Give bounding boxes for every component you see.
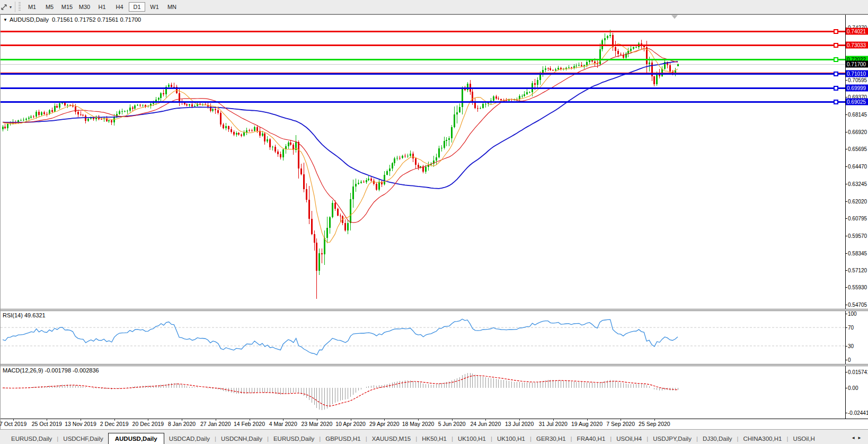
tab-china300-h1[interactable]: CHINA300,H1	[739, 433, 787, 444]
tab-audusd-daily[interactable]: AUDUSD,Daily	[108, 433, 164, 444]
date-label: 13 Nov 2019	[65, 421, 96, 427]
tab-usoil-h4[interactable]: USOil,H4	[612, 433, 646, 444]
macd-tick-mark	[846, 372, 847, 372]
tab-fra40-h1[interactable]: FRA40,H1	[572, 433, 610, 444]
price-tick-label: 0.64470	[848, 164, 867, 170]
rsi-line	[3, 319, 678, 355]
price-tick-label: 0.54705	[848, 301, 867, 307]
candles-layer	[2, 30, 679, 299]
price-tick-mark	[846, 201, 847, 202]
date-label: 14 Feb 2020	[234, 421, 265, 427]
price-tick-label: 0.62020	[848, 198, 867, 204]
rsi-tick-mark	[846, 360, 847, 360]
price-tick-mark	[846, 236, 847, 236]
line-drag-handle[interactable]	[834, 30, 838, 33]
price-tick-label: 0.59570	[848, 233, 867, 238]
tab-dj30-daily[interactable]: DJ30,Daily	[698, 433, 737, 444]
date-label: 2 Dec 2019	[100, 421, 129, 427]
tab-eurusd-daily[interactable]: EURUSD,Daily	[269, 433, 319, 444]
rsi-axis: 10070300	[845, 311, 868, 364]
date-label: 10 Apr 2020	[335, 421, 366, 427]
tab-usdcnh-daily[interactable]: USDCNH,Daily	[216, 433, 267, 444]
tab-usdjpy-daily[interactable]: USDJPY,Daily	[648, 433, 696, 444]
date-label: 23 Mar 2020	[301, 421, 332, 427]
level-price-box: 0.69025	[846, 99, 868, 105]
date-label: 18 May 2020	[402, 421, 435, 427]
rsi-tick-label: 0	[848, 357, 851, 363]
rsi-tick-mark	[846, 327, 847, 328]
timeframe-button-m1[interactable]: M1	[24, 2, 40, 12]
price-tick-label: 0.60795	[848, 216, 867, 221]
price-tick-mark	[846, 270, 847, 271]
chart-window: ▼AUDUSD,Daily 0.71561 0.71752 0.71561 0.…	[0, 14, 868, 429]
symbol-caret-icon: ▼	[3, 17, 7, 22]
level-price-box: 0.73033	[846, 42, 868, 49]
timeframe-button-m15[interactable]: M15	[59, 2, 75, 12]
level-price-box: 0.69999	[846, 85, 868, 92]
line-drag-handle[interactable]	[834, 86, 838, 90]
line-drag-handle[interactable]	[834, 72, 838, 76]
tab-gbpusd-h1[interactable]: GBPUSD,H1	[321, 433, 365, 444]
macd-current-values: -0.001798 -0.002836	[45, 367, 99, 374]
price-tick-label: 0.63245	[848, 181, 867, 187]
rsi-tick-label: 70	[848, 325, 854, 331]
tab-scroll-arrows[interactable]: ◄►	[851, 436, 864, 444]
price-tick-label: 0.68145	[848, 111, 867, 117]
macd-tick-label: 0.015741	[848, 369, 868, 375]
tab-uk100-h1[interactable]: UK100,H1	[453, 433, 491, 444]
macd-name: MACD(12,26,9)	[3, 367, 43, 374]
line-drag-handle[interactable]	[834, 43, 838, 47]
tab-xauusd-m15[interactable]: XAUUSD,M15	[367, 433, 416, 444]
timeframe-button-w1[interactable]: W1	[146, 2, 163, 12]
main-chart-plot[interactable]: ▼AUDUSD,Daily 0.71561 0.71752 0.71561 0.…	[1, 15, 845, 309]
timeframe-button-d1[interactable]: D1	[129, 2, 145, 12]
toolbar-grip[interactable]	[19, 2, 21, 12]
chart-cursor-icon	[1, 4, 8, 11]
tab-usdcad-daily[interactable]: USDCAD,Daily	[164, 433, 215, 444]
toolbar: ▾ M1M5M15M30H1H4D1W1MN	[0, 0, 868, 14]
timeframe-button-h4[interactable]: H4	[111, 2, 128, 12]
chart-ohlc-values: 0.71561 0.71752 0.71561 0.71700	[52, 16, 141, 23]
price-tick-mark	[846, 287, 847, 288]
date-label: 7 Oct 2019	[0, 421, 26, 427]
price-tick-label: 0.70595	[848, 77, 867, 83]
price-axis: 0.742700.705950.693700.681450.669200.656…	[845, 15, 868, 309]
price-tick-mark	[846, 218, 847, 219]
line-drag-handle[interactable]	[834, 58, 838, 61]
date-axis: 7 Oct 201925 Oct 201913 Nov 20192 Dec 20…	[1, 419, 868, 429]
line-drag-handle[interactable]	[834, 100, 838, 104]
current-price-box: 0.71700	[846, 61, 868, 68]
price-tick-label: 0.65695	[848, 146, 867, 152]
tab-usdchf-daily[interactable]: USDCHF,Daily	[58, 433, 108, 444]
rsi-current-value: 49.6321	[24, 312, 46, 318]
timeframe-button-m5[interactable]: M5	[41, 2, 58, 12]
ma-20-line	[3, 49, 678, 223]
date-label: 8 Jan 2020	[168, 421, 196, 427]
price-tick-mark	[846, 184, 847, 184]
rsi-plot[interactable]: RSI(14) 49.6321	[1, 311, 845, 364]
ma-55-line	[3, 61, 678, 189]
timeframe-button-h1[interactable]: H1	[94, 2, 110, 12]
tab-uk100-h1[interactable]: UK100,H1	[492, 433, 530, 444]
price-tick-label: 0.57120	[848, 268, 867, 273]
tab-eurusd-daily[interactable]: EURUSD,Daily	[6, 433, 57, 444]
timeframe-button-m30[interactable]: M30	[76, 2, 93, 12]
macd-axis: 0.0157410.00-0.024412	[845, 366, 868, 419]
sr-lines-layer	[1, 30, 845, 104]
timeframe-button-mn[interactable]: MN	[164, 2, 180, 12]
macd-histogram	[3, 373, 678, 411]
price-tick-mark	[846, 97, 847, 97]
chart-title: ▼AUDUSD,Daily 0.71561 0.71752 0.71561 0.…	[3, 16, 141, 23]
macd-label: MACD(12,26,9) -0.001798 -0.002836	[3, 367, 99, 374]
tab-usoil-h[interactable]: USOil,H	[788, 433, 820, 444]
tab-hk50-h1[interactable]: HK50,H1	[417, 433, 451, 444]
rsi-tick-mark	[846, 346, 847, 347]
price-tick-label: 0.66920	[848, 129, 867, 135]
chart-cursor-tool-button[interactable]: ▾	[1, 3, 13, 12]
mt4-app: ▾ M1M5M15M30H1H4D1W1MN ▼AUDUSD,Daily 0.7…	[0, 0, 868, 444]
rsi-name: RSI(14)	[3, 312, 23, 318]
chart-shift-marker-icon	[671, 15, 678, 19]
tab-ger30-h1[interactable]: GER30,H1	[532, 433, 571, 444]
macd-plot[interactable]: MACD(12,26,9) -0.001798 -0.002836	[1, 366, 845, 419]
date-label: 25 Sep 2020	[639, 421, 670, 427]
